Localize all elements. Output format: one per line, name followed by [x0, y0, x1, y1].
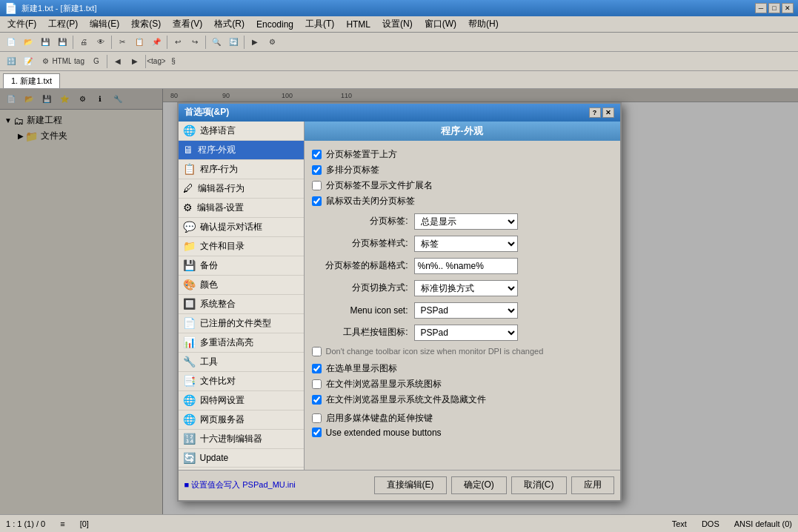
chk-dpi[interactable] [312, 347, 322, 356]
chk-tabs-top[interactable] [312, 150, 322, 159]
sidebar-item-editor-behavior[interactable]: 🖊 编辑器-行为 [179, 179, 304, 199]
tb2-btn7[interactable]: ◀ [110, 53, 126, 70]
run-button[interactable]: ▶ [247, 34, 263, 50]
btn-cancel[interactable]: 取消(C) [511, 476, 567, 494]
tb2-btn5[interactable]: tag [71, 53, 87, 70]
sidebar-item-files[interactable]: 📁 文件和目录 [179, 237, 304, 256]
open-button[interactable]: 📂 [20, 34, 36, 50]
btn-apply[interactable]: 应用 [571, 476, 614, 494]
sidebar-item-editor-settings[interactable]: ⚙ 编辑器-设置 [179, 199, 304, 218]
sidebar-item-system[interactable]: 🔲 系统整合 [179, 295, 304, 314]
chk-no-ext[interactable] [312, 181, 322, 190]
label-switch-mode: 分页切换方式: [312, 282, 408, 294]
menu-settings[interactable]: 设置(N) [376, 16, 419, 33]
cut-button[interactable]: ✂ [114, 34, 130, 50]
paste-button[interactable]: 📌 [148, 34, 164, 50]
chk-dbl-close-label: 鼠标双击关闭分页标签 [326, 195, 415, 207]
chk-hidden-files[interactable] [312, 395, 322, 405]
status-encoding: ANSI default (0) [734, 519, 792, 528]
menu-tools[interactable]: 工具(T) [299, 16, 340, 33]
sidebar-item-appearance[interactable]: 🖥 程序-外观 [179, 141, 304, 160]
save-button[interactable]: 💾 [37, 34, 53, 50]
sidebar-item-diff[interactable]: 📑 文件比对 [179, 372, 304, 391]
select-tabs-style[interactable]: 标签 按钮 [414, 236, 518, 252]
select-menu-icon[interactable]: PSPad 默认 [414, 302, 518, 319]
replace-button[interactable]: 🔄 [225, 34, 242, 50]
select-toolbar-icon[interactable]: PSPad 默认 [414, 325, 518, 341]
chk-show-icons-label: 在选单里显示图标 [326, 362, 397, 375]
hex-icon: 🔢 [183, 433, 196, 445]
checkbox-sys-icons: 在文件浏览器里显示系统图标 [312, 378, 613, 390]
btn-ok[interactable]: 确定(O) [451, 476, 507, 494]
menu-window[interactable]: 窗口(W) [419, 16, 462, 33]
chk-sys-icons[interactable] [312, 379, 322, 389]
tb2-btn6[interactable]: G [88, 53, 104, 70]
chk-media-keys-label: 启用多媒体键盘的延伸按键 [326, 412, 433, 425]
dialog-close-button[interactable]: ✕ [602, 107, 614, 118]
close-button[interactable]: ✕ [782, 3, 794, 13]
menu-search[interactable]: 搜索(S) [125, 16, 167, 33]
sidebar-label-confirm: 确认提示对话框 [200, 221, 262, 233]
select-tabs-show[interactable]: 总是显示 从不显示 自动 [414, 213, 518, 230]
maximize-button[interactable]: □ [768, 3, 780, 13]
sep-tb2-2 [145, 55, 146, 68]
tb2-btn1[interactable]: 🔡 [3, 53, 19, 70]
tb2-btn9[interactable]: <tag> [148, 53, 164, 70]
new-button[interactable]: 📄 [3, 34, 19, 50]
tab-main[interactable]: 1. 新建1.txt [3, 73, 60, 88]
sidebar-item-syntax[interactable]: 📊 多重语法高亮 [179, 333, 304, 353]
sidebar-item-webserver[interactable]: 🌐 网页服务器 [179, 410, 304, 430]
menu-format[interactable]: 格式(R) [208, 16, 250, 33]
chk-dbl-close[interactable] [312, 196, 322, 206]
menu-file[interactable]: 文件(F) [1, 16, 42, 33]
undo-button[interactable]: ↩ [170, 34, 186, 50]
checkbox-mouse-btns: Use extended mouse buttons [312, 428, 613, 438]
tb2-btn3[interactable]: ⚙ [37, 53, 53, 70]
find-button[interactable]: 🔍 [208, 34, 225, 50]
dialog-footer: ■ 设置值会写入 PSPad_MU.ini 直接编辑(E) 确定(O) 取消(C… [179, 470, 620, 500]
preview-button[interactable]: 👁 [93, 34, 109, 50]
sidebar-item-filetypes[interactable]: 📄 已注册的文件类型 [179, 314, 304, 333]
redo-button[interactable]: ↪ [187, 34, 203, 50]
menu-project[interactable]: 工程(P) [42, 16, 84, 33]
sidebar-item-hex[interactable]: 🔢 十六进制编辑器 [179, 430, 304, 449]
menu-encoding[interactable]: Encoding [250, 16, 299, 33]
print-button[interactable]: 🖨 [76, 34, 92, 50]
copy-button[interactable]: 📋 [131, 34, 147, 50]
dialog-help-button[interactable]: ? [589, 107, 601, 118]
status-dos: DOS [702, 519, 719, 528]
menu-html[interactable]: HTML [340, 16, 376, 33]
menu-help[interactable]: 帮助(H) [462, 16, 505, 33]
sidebar-item-color[interactable]: 🎨 颜色 [179, 276, 304, 295]
sidebar-item-tools[interactable]: 🔧 工具 [179, 353, 304, 372]
sidebar-item-backup[interactable]: 💾 备份 [179, 256, 304, 276]
label-tab-title-format: 分页标签的标题格式: [312, 259, 408, 272]
sidebar-item-internet[interactable]: 🌐 因特网设置 [179, 391, 304, 410]
save-all-button[interactable]: 💾 [54, 34, 70, 50]
btn-direct-edit[interactable]: 直接编辑(E) [374, 476, 447, 494]
sidebar-item-update[interactable]: 🔄 Update [179, 449, 304, 468]
chk-mouse-btns-label: Use extended mouse buttons [326, 428, 442, 438]
backup-icon: 💾 [183, 259, 196, 271]
tb2-btn2[interactable]: 📝 [20, 53, 36, 70]
menu-view[interactable]: 查看(V) [167, 16, 208, 33]
chk-mouse-btns[interactable] [312, 428, 322, 437]
sidebar-label-editor-settings: 编辑器-设置 [197, 202, 245, 214]
menu-edit[interactable]: 编辑(E) [84, 16, 125, 33]
webserver-icon: 🌐 [183, 413, 196, 425]
sidebar-item-hotkeys[interactable]: ⌨ 热键对应 [179, 468, 304, 470]
options-button[interactable]: ⚙ [264, 34, 280, 50]
sidebar-item-language[interactable]: 🌐 选择语言 [179, 122, 304, 141]
tb2-btn8[interactable]: ▶ [127, 53, 143, 70]
chk-show-icons[interactable] [312, 364, 322, 373]
sidebar-item-confirm[interactable]: 💬 确认提示对话框 [179, 218, 304, 237]
input-tab-title-format[interactable] [414, 258, 518, 274]
chk-media-keys[interactable] [312, 413, 322, 423]
minimize-button[interactable]: ─ [755, 3, 767, 13]
tb2-btn4[interactable]: HTML [54, 53, 70, 70]
chk-multi-tabs[interactable] [312, 165, 322, 175]
select-switch-mode[interactable]: 标准切换方式 循环切换 [414, 280, 518, 296]
sidebar-item-behavior[interactable]: 📋 程序-行为 [179, 160, 304, 179]
sep-3 [167, 36, 167, 49]
tb2-btn10[interactable]: § [165, 53, 182, 70]
